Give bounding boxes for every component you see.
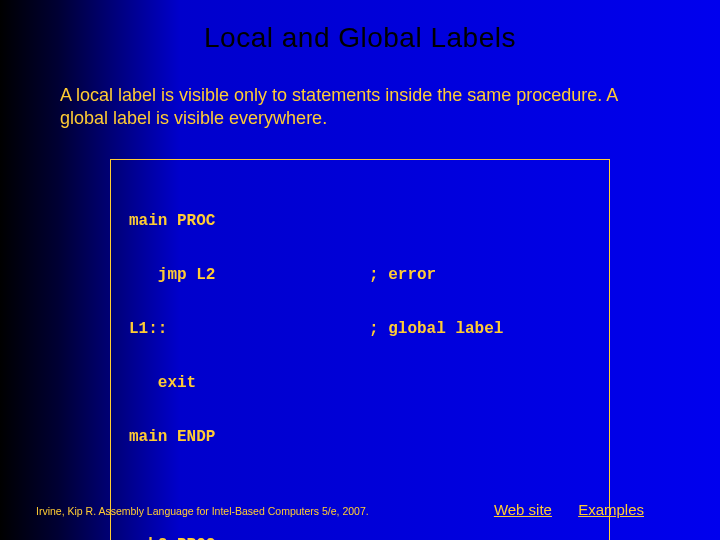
code-line: L1::	[129, 320, 369, 338]
code-line: sub2 PROC	[129, 536, 369, 540]
footer-links: Web site Examples	[472, 501, 644, 518]
code-block-main: main PROC jmp L2; error L1::; global lab…	[129, 176, 591, 482]
slide-title: Local and Global Labels	[0, 0, 720, 54]
website-link[interactable]: Web site	[494, 501, 552, 518]
code-line: jmp L2	[129, 266, 369, 284]
code-line: exit	[129, 374, 369, 392]
code-comment: ; error	[369, 266, 436, 284]
code-line: main ENDP	[129, 428, 369, 446]
examples-link[interactable]: Examples	[578, 501, 644, 518]
body-paragraph: A local label is visible only to stateme…	[60, 84, 660, 131]
code-comment: ; global label	[369, 320, 503, 338]
code-box: main PROC jmp L2; error L1::; global lab…	[110, 159, 610, 540]
footer-bar: Irvine, Kip R. Assembly Language for Int…	[36, 501, 684, 518]
citation-text: Irvine, Kip R. Assembly Language for Int…	[36, 505, 369, 517]
code-line: main PROC	[129, 212, 369, 230]
